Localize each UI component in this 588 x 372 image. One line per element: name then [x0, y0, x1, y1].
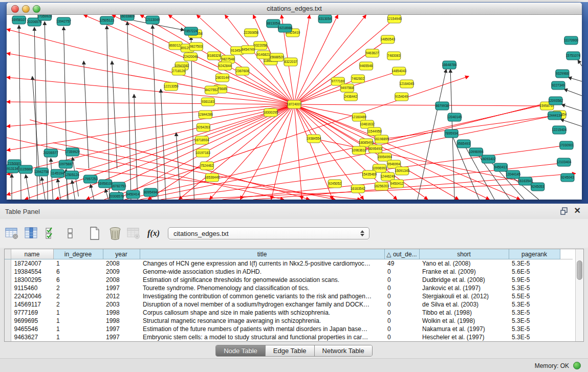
cell-name[interactable]: 14569117: [11, 300, 53, 309]
table-row[interactable]: 1830029562008Estimation of significance …: [5, 276, 573, 284]
cell-out_degree[interactable]: 49: [384, 259, 419, 268]
table-settings-icon[interactable]: [4, 226, 19, 240]
cell-in_degree[interactable]: 6: [53, 268, 103, 276]
cell-short[interactable]: Stergiakouli et al. (2012): [419, 292, 509, 300]
cell-in_degree[interactable]: 1: [53, 333, 103, 341]
cell-year[interactable]: 1997: [103, 333, 140, 341]
cell-year[interactable]: 2012: [103, 292, 140, 300]
column-header-name[interactable]: name: [11, 249, 53, 259]
cell-pagerank[interactable]: 5.3E-5: [509, 333, 560, 341]
table-row[interactable]: 977716911998Corpus callosum shape and si…: [5, 309, 573, 317]
cell-name[interactable]: 19384554: [11, 268, 53, 276]
column-header-pagerank[interactable]: pagerank: [509, 249, 560, 259]
tab-node-table[interactable]: Node Table: [216, 345, 266, 356]
cell-title[interactable]: Changes of HCN gene expression and I(f) …: [140, 259, 384, 268]
cell-year[interactable]: 2009: [103, 268, 140, 276]
cell-short[interactable]: Nakamura et al. (1997): [419, 325, 509, 333]
cell-name[interactable]: 9699695: [11, 317, 53, 325]
function-builder-icon[interactable]: f(x): [147, 229, 160, 238]
cell-pagerank[interactable]: 5.3E-5: [509, 300, 560, 309]
column-header-year[interactable]: year: [103, 249, 140, 259]
cell-title[interactable]: Estimation of significance thresholds fo…: [140, 276, 384, 284]
column-header-short[interactable]: short: [419, 249, 509, 259]
scrollbar-thumb[interactable]: [577, 260, 582, 280]
delete-trash-icon[interactable]: [107, 226, 123, 240]
table-row[interactable]: 1872400712008Changes of HCN gene express…: [5, 259, 573, 268]
cell-title[interactable]: Investigating the contribution of common…: [140, 292, 384, 300]
cell-short[interactable]: Yano et al. (2008): [419, 259, 509, 268]
cell-title[interactable]: Embryonic stem cells: a model to study s…: [140, 333, 384, 341]
column-header-in_degree[interactable]: in_degree: [53, 249, 103, 259]
cell-out_degree[interactable]: 0: [384, 300, 419, 309]
table-row[interactable]: 946362711997Embryonic stem cells: a mode…: [5, 333, 573, 341]
cell-title[interactable]: Disruption of a novel member of a sodium…: [140, 300, 384, 309]
network-canvas[interactable]: 1872400718300295193845549777169949756874…: [7, 15, 582, 200]
table-selector-dropdown[interactable]: citations_edges.txt: [168, 227, 369, 239]
cell-year[interactable]: 1997: [103, 284, 140, 292]
cell-year[interactable]: 2003: [103, 300, 140, 309]
table-row[interactable]: 1938455462009Genome-wide association stu…: [5, 268, 573, 276]
close-window-button[interactable]: [11, 5, 19, 13]
table-row[interactable]: 946554611997Estimation of the future num…: [5, 325, 573, 333]
cell-out_degree[interactable]: 0: [384, 333, 419, 341]
cell-year[interactable]: 2008: [103, 276, 140, 284]
table-row[interactable]: 2242004622012Investigating the contribut…: [5, 292, 573, 300]
cell-in_degree[interactable]: 1: [53, 317, 103, 325]
cell-out_degree[interactable]: 0: [384, 292, 419, 300]
cell-title[interactable]: Corpus callosum shape and size in male p…: [140, 309, 384, 317]
cell-in_degree[interactable]: 2: [53, 300, 103, 309]
table-row[interactable]: 969969511998Structural magnetic resonanc…: [5, 317, 573, 325]
cell-pagerank[interactable]: 5.3E-5: [509, 259, 560, 268]
float-panel-icon[interactable]: [560, 207, 568, 215]
cell-title[interactable]: Tourette syndrome. Phenomenology and cla…: [140, 284, 384, 292]
column-header-title[interactable]: title: [140, 249, 384, 259]
select-rows-icon[interactable]: [43, 226, 58, 240]
cell-pagerank[interactable]: 5.5E-5: [509, 292, 560, 300]
cell-out_degree[interactable]: 0: [384, 276, 419, 284]
cell-short[interactable]: Jankovic et al. (1997): [419, 284, 509, 292]
table-row[interactable]: 911546021997Tourette syndrome. Phenomeno…: [5, 284, 573, 292]
cell-year[interactable]: 1997: [103, 325, 140, 333]
cell-short[interactable]: Wolkin et al. (1998): [419, 317, 509, 325]
cell-name[interactable]: 9777169: [11, 309, 53, 317]
cell-year[interactable]: 1998: [103, 317, 140, 325]
cell-name[interactable]: 9115460: [11, 284, 53, 292]
cell-short[interactable]: Franke et al. (2009): [419, 268, 509, 276]
stacked-squares-icon[interactable]: [62, 226, 78, 240]
cell-name[interactable]: 9463627: [11, 333, 53, 341]
cell-name[interactable]: 18300295: [11, 276, 53, 284]
cell-title[interactable]: Genome-wide association studies in ADHD.: [140, 268, 384, 276]
cell-short[interactable]: Tibbo et al. (1998): [419, 309, 509, 317]
close-panel-icon[interactable]: ✕: [574, 207, 581, 215]
cell-name[interactable]: 22420046: [11, 292, 53, 300]
cell-pagerank[interactable]: 5.9E-5: [509, 276, 560, 284]
cell-out_degree[interactable]: 0: [384, 284, 419, 292]
tab-edge-table[interactable]: Edge Table: [266, 345, 315, 356]
cell-in_degree[interactable]: 6: [53, 276, 103, 284]
cell-in_degree[interactable]: 2: [53, 292, 103, 300]
cell-out_degree[interactable]: 0: [384, 268, 419, 276]
cell-in_degree[interactable]: 2: [53, 284, 103, 292]
cell-in_degree[interactable]: 1: [53, 259, 103, 268]
tab-network-table[interactable]: Network Table: [315, 345, 372, 356]
cell-in_degree[interactable]: 1: [53, 309, 103, 317]
cell-short[interactable]: Hescheler et al. (1997): [419, 333, 509, 341]
cell-pagerank[interactable]: 5.3E-5: [509, 317, 560, 325]
cell-name[interactable]: 9465546: [11, 325, 53, 333]
cell-pagerank[interactable]: 5.6E-5: [509, 268, 560, 276]
cell-name[interactable]: 18724007: [11, 259, 53, 268]
network-window-titlebar[interactable]: citations_edges.txt: [7, 3, 582, 15]
cell-pagerank[interactable]: 5.3E-5: [509, 309, 560, 317]
cell-year[interactable]: 1998: [103, 309, 140, 317]
zoom-window-button[interactable]: [33, 5, 40, 13]
table-row[interactable]: 1456911722003Disruption of a novel membe…: [5, 300, 573, 309]
cell-out_degree[interactable]: 0: [384, 309, 419, 317]
select-columns-icon[interactable]: [24, 226, 39, 240]
table-vertical-scrollbar[interactable]: [575, 249, 583, 341]
cell-short[interactable]: Dudbridge et al. (2008): [419, 276, 509, 284]
new-document-icon[interactable]: [87, 226, 102, 240]
cell-pagerank[interactable]: 5.3E-5: [509, 325, 560, 333]
cell-title[interactable]: Estimation of the future numbers of pati…: [140, 325, 384, 333]
cell-out_degree[interactable]: 0: [384, 325, 419, 333]
column-header-out_degree[interactable]: △ out_de...: [384, 249, 419, 259]
